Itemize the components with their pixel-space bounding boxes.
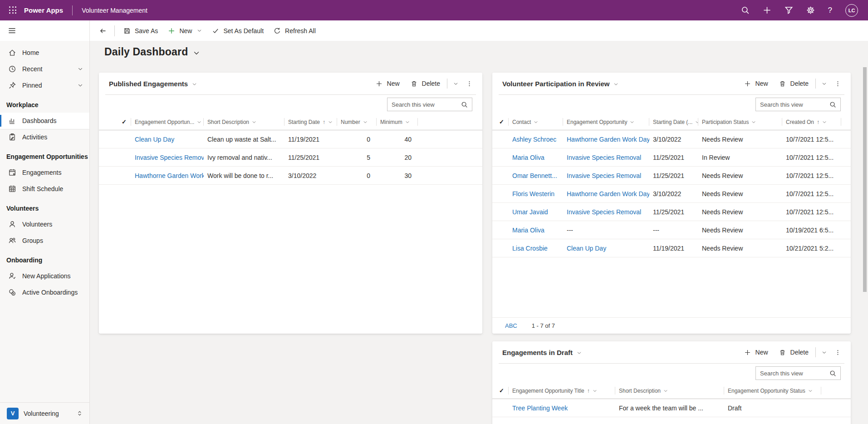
record-link[interactable]: Umar Javaid bbox=[512, 208, 548, 216]
column-header-engagement-opportunity[interactable]: Engagement Opportunity bbox=[563, 114, 649, 130]
plus-icon[interactable] bbox=[763, 6, 771, 15]
panel-new-button[interactable]: New bbox=[739, 77, 774, 90]
grid-cell: 10/7/2021 12:5... bbox=[782, 208, 841, 216]
view-search-input[interactable] bbox=[756, 101, 825, 108]
table-row[interactable]: Invasive Species RemovalIvy removal and … bbox=[99, 148, 482, 167]
save-as-button[interactable]: Save As bbox=[118, 23, 163, 39]
panel-new-button[interactable]: New bbox=[370, 77, 405, 90]
view-search-box[interactable] bbox=[755, 98, 841, 111]
app-name[interactable]: Volunteer Management bbox=[82, 7, 147, 14]
table-row[interactable]: Lisa CrosbieClean Up Day11/19/2021Needs … bbox=[492, 239, 851, 257]
filter-icon[interactable] bbox=[785, 6, 793, 15]
panel-new-button[interactable]: New bbox=[739, 345, 774, 359]
gear-icon[interactable] bbox=[806, 6, 815, 15]
back-button[interactable] bbox=[95, 23, 111, 39]
table-row[interactable]: Tree Planting WeekFor a week the team wi… bbox=[492, 399, 851, 417]
record-link[interactable]: Maria Oliva bbox=[512, 227, 544, 234]
record-link[interactable]: Invasive Species Removal bbox=[135, 154, 204, 161]
record-link[interactable]: Floris Westerin bbox=[512, 190, 554, 197]
view-search-input[interactable] bbox=[387, 101, 457, 108]
panel-delete-button[interactable]: Delete bbox=[405, 77, 446, 90]
record-link[interactable]: Clean Up Day bbox=[135, 136, 174, 143]
sidebar-item-volunteers[interactable]: Volunteers bbox=[0, 216, 89, 232]
sidebar-item-active-onboardings[interactable]: Active Onboardings bbox=[0, 284, 89, 301]
select-all-column-header[interactable]: ✓ bbox=[492, 114, 509, 130]
table-row[interactable]: Ashley SchroecHawthorne Garden Work Day3… bbox=[492, 130, 851, 148]
record-link[interactable]: Ashley Schroec bbox=[512, 136, 556, 143]
record-link[interactable]: Hawthorne Garden Work Day bbox=[567, 190, 649, 197]
search-icon[interactable] bbox=[829, 101, 836, 108]
search-icon[interactable] bbox=[741, 6, 750, 15]
column-header-minimum[interactable]: Minimum bbox=[377, 114, 418, 130]
panel-delete-button[interactable]: Delete bbox=[774, 77, 814, 90]
panel-title-published-engagements[interactable]: Published Engagements bbox=[109, 80, 197, 88]
table-row[interactable]: Maria Oliva------Needs Review10/19/2021 … bbox=[492, 221, 851, 239]
environment-picker[interactable]: V Volunteering bbox=[0, 402, 89, 424]
sidebar-item-shift-schedule[interactable]: Shift Schedule bbox=[0, 181, 89, 197]
column-header-created-on[interactable]: Created On↑ bbox=[782, 114, 841, 130]
waffle-icon[interactable] bbox=[9, 6, 17, 14]
sidebar-item-new-applications[interactable]: New Applications bbox=[0, 268, 89, 284]
more-options-button[interactable] bbox=[831, 77, 844, 90]
record-link[interactable]: Lisa Crosbie bbox=[512, 245, 548, 252]
help-icon[interactable]: ? bbox=[828, 6, 832, 15]
column-header-short-description[interactable]: Short Description bbox=[615, 383, 724, 399]
set-as-default-button[interactable]: Set As Default bbox=[207, 23, 269, 39]
record-link[interactable]: Invasive Species Removal bbox=[567, 154, 641, 161]
record-link[interactable]: Maria Oliva bbox=[512, 154, 544, 161]
column-header-engagement-opportunity-status[interactable]: Engagement Opportunity Status bbox=[724, 383, 821, 399]
table-row[interactable]: Umar JavaidInvasive Species Removal11/25… bbox=[492, 203, 851, 221]
toolbar-chevron-button[interactable] bbox=[817, 345, 831, 359]
sidebar-item-recent[interactable]: Recent bbox=[0, 61, 89, 77]
user-avatar[interactable]: LC bbox=[845, 4, 858, 17]
panel-title-engagements-in-draft[interactable]: Engagements in Draft bbox=[502, 349, 582, 356]
search-icon[interactable] bbox=[829, 370, 836, 377]
refresh-all-button[interactable]: Refresh All bbox=[269, 23, 321, 39]
more-options-button[interactable] bbox=[462, 77, 476, 90]
select-all-column-header[interactable]: ✓ bbox=[99, 114, 131, 130]
view-search-box[interactable] bbox=[755, 366, 841, 380]
sidebar-item-home[interactable]: Home bbox=[0, 44, 89, 61]
hamburger-menu-icon[interactable] bbox=[8, 26, 16, 35]
sidebar-item-engagements[interactable]: Engagements bbox=[0, 164, 89, 181]
more-options-button[interactable] bbox=[831, 345, 844, 359]
panel-title-volunteer-participation-in-review[interactable]: Volunteer Participation in Review bbox=[502, 80, 618, 88]
sidebar-item-activities[interactable]: Activities bbox=[0, 129, 89, 145]
record-link[interactable]: Tree Planting Week bbox=[512, 404, 568, 412]
record-link[interactable]: Omar Bennett... bbox=[512, 172, 557, 179]
column-header-number[interactable]: Number bbox=[337, 114, 377, 130]
column-header-starting-date[interactable]: Starting Date (... bbox=[649, 114, 698, 130]
column-header-contact[interactable]: Contact bbox=[509, 114, 563, 130]
column-header-engagement-opportunity-title[interactable]: Engagement Opportunity Title↑ bbox=[509, 383, 615, 399]
table-row[interactable]: Omar Bennett...Invasive Species Removal1… bbox=[492, 167, 851, 185]
sidebar-item-dashboards[interactable]: Dashboards bbox=[0, 113, 89, 129]
record-link[interactable]: Hawthorne Garden Work Day bbox=[567, 136, 649, 143]
jump-bar-link[interactable]: ABC bbox=[505, 322, 517, 329]
new-button[interactable]: New bbox=[163, 23, 207, 39]
app-brand[interactable]: Power Apps bbox=[24, 6, 63, 14]
table-row[interactable]: Hawthorne Garden WorkWork will be done t… bbox=[99, 167, 482, 185]
sidebar-item-groups[interactable]: Groups bbox=[0, 232, 89, 249]
column-header-short-description[interactable]: Short Description bbox=[204, 114, 284, 130]
toolbar-chevron-button[interactable] bbox=[449, 77, 462, 90]
table-row[interactable]: Clean Up DayClean up waste at Salt...11/… bbox=[99, 130, 482, 148]
column-header-starting-date[interactable]: Starting Date↑ bbox=[284, 114, 337, 130]
record-link[interactable]: Hawthorne Garden Work bbox=[135, 172, 204, 179]
column-header-participation-status[interactable]: Participation Status bbox=[698, 114, 782, 130]
search-icon[interactable] bbox=[461, 101, 468, 108]
view-search-input[interactable] bbox=[756, 370, 825, 377]
panel-delete-button[interactable]: Delete bbox=[774, 345, 814, 359]
column-header-engagement-opportun[interactable]: Engagement Opportun... bbox=[131, 114, 204, 130]
table-row[interactable]: Floris WesterinHawthorne Garden Work Day… bbox=[492, 185, 851, 203]
record-link[interactable]: Invasive Species Removal bbox=[567, 172, 641, 179]
vertical-scrollbar[interactable] bbox=[863, 67, 867, 292]
toolbar-chevron-button[interactable] bbox=[817, 77, 831, 90]
sidebar-item-pinned[interactable]: Pinned bbox=[0, 77, 89, 94]
view-search-box[interactable] bbox=[387, 98, 472, 111]
set-as-default-label: Set As Default bbox=[223, 27, 264, 35]
table-row[interactable]: Maria OlivaInvasive Species Removal11/25… bbox=[492, 148, 851, 167]
select-all-column-header[interactable]: ✓ bbox=[492, 383, 509, 399]
record-link[interactable]: Invasive Species Removal bbox=[567, 208, 641, 216]
dashboard-selector[interactable]: Daily Dashboard bbox=[104, 46, 200, 58]
record-link[interactable]: Clean Up Day bbox=[567, 245, 606, 252]
